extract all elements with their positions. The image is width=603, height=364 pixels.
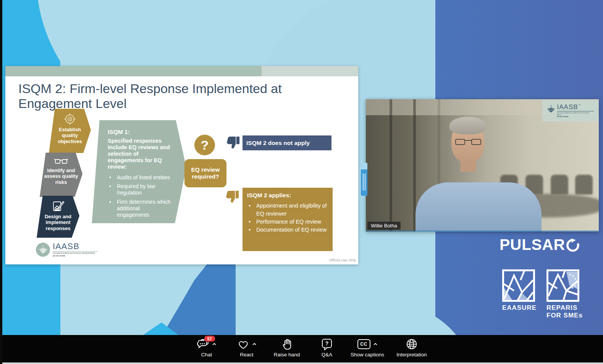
iaasb-logo-name: IAASB	[53, 242, 98, 251]
speaker-hair	[449, 117, 486, 134]
speaker-name-tag: Willie Botha	[367, 222, 401, 230]
classification-label: Official Use Only	[329, 258, 356, 262]
left-edge-strip	[0, 0, 2, 364]
svg-text:★: ★	[571, 286, 574, 290]
thumbs-down-icon	[224, 135, 241, 152]
glasses-icon	[54, 156, 68, 166]
qa-label: Q&A	[322, 352, 333, 358]
slide-topbar-light	[262, 66, 358, 76]
eq-review-required-box: EQ review required?	[184, 159, 226, 187]
process-step-establish: Establish quality objectives	[49, 109, 91, 153]
bg-shape-wedge	[167, 264, 236, 336]
step-label: Establish quality objectives	[53, 127, 87, 144]
chat-label: Chat	[201, 352, 212, 358]
react-label: React	[240, 352, 253, 358]
svg-text:★: ★	[574, 284, 576, 287]
eaasure-logo-icon	[502, 269, 535, 302]
iaasb-logo-tagline: International Auditing and Assurance Sta…	[53, 251, 98, 254]
reparis-label: REPARIS	[546, 304, 577, 312]
slide-topbar-sage	[5, 66, 262, 76]
step-label: Design and implement responses	[40, 214, 76, 231]
process-step-identify: Identify and assess quality risks	[40, 153, 82, 197]
reparis-sublabel: FOR SMEs	[546, 312, 583, 319]
chevron-up-icon[interactable]	[212, 343, 217, 346]
presentation-slide: ISQM 2: Firm-level Response Implemented …	[5, 66, 358, 264]
speaker-video-feed[interactable]: IAASB™ International Auditing and Assura…	[366, 99, 599, 232]
watermark-board: AN IFAC BOARD	[557, 116, 594, 118]
interpretation-button[interactable]: Interpretation	[387, 337, 436, 358]
webinar-window: ISQM 2: Firm-level Response Implemented …	[0, 0, 603, 364]
meeting-toolbar: 57 Chat React Raise hand	[0, 335, 603, 362]
isqm2-applies-heading: ISQM 2 applies:	[247, 192, 329, 199]
bottom-edge-strip	[0, 362, 603, 364]
isqm1-arrow: ISQM 1: Specified responses include EQ r…	[91, 120, 186, 223]
window-mullion	[390, 99, 392, 232]
isqm2-bullet: Appointment and eligibility of EQ review…	[247, 202, 329, 218]
isqm1-heading: ISQM 1:	[108, 129, 173, 135]
raise-hand-label: Raise hand	[274, 352, 300, 358]
speaker-glasses	[454, 139, 482, 145]
interpretation-label: Interpretation	[396, 352, 427, 358]
iaasb-plant-icon	[547, 104, 555, 114]
globe-icon	[406, 338, 418, 350]
isqm1-bullet: Required by law /regulation	[108, 183, 173, 196]
iaasb-watermark: IAASB™ International Auditing and Assura…	[542, 100, 598, 121]
resize-handle-cap	[361, 163, 367, 169]
isqm1-body: Specified responses include EQ reviews a…	[108, 138, 173, 171]
svg-text:★: ★	[574, 277, 577, 280]
blueprint-pencil-icon	[52, 200, 65, 213]
resize-grip	[365, 174, 365, 190]
eaasure-logo: EAASURE	[502, 269, 537, 312]
pulsar-logo: PULSAR	[500, 236, 580, 254]
slide-title: ISQM 2: Firm-level Response Implemented …	[18, 81, 356, 111]
eaasure-label: EAASURE	[502, 304, 537, 312]
isqm2-not-apply-box: ISQM 2 does not apply	[242, 135, 331, 150]
isqm2-applies-box: ISQM 2 applies: Appointment and eligibil…	[242, 188, 333, 251]
thumbs-up-icon	[223, 189, 241, 206]
step-label: Identify and assess quality risks	[44, 168, 79, 185]
show-captions-button[interactable]: CC Show captions	[343, 337, 392, 358]
pulsar-logo-text: PULSAR	[500, 236, 565, 254]
isqm2-bullet: Documentation of EQ review	[247, 226, 329, 234]
speaker-shoulders	[415, 182, 542, 232]
svg-text:★: ★	[575, 280, 577, 284]
heart-icon	[237, 338, 249, 350]
watermark-name: IAASB™	[557, 104, 594, 110]
video-bottom-edge	[366, 230, 599, 232]
chevron-up-icon[interactable]	[373, 343, 378, 346]
isqm1-bullet: Firm determines which additional engagem…	[108, 199, 173, 218]
chat-unread-badge: 57	[204, 335, 215, 342]
isqm1-bullet: Audits of listed entities	[108, 174, 173, 181]
reparis-logo-icon: ★★★ ★★★	[546, 269, 579, 302]
question-mark-icon: ?	[194, 135, 215, 155]
isqm2-bullet: Performance of EQ review	[247, 218, 329, 226]
office-chair	[551, 175, 568, 195]
chevron-up-icon[interactable]	[252, 343, 257, 346]
show-captions-label: Show captions	[351, 352, 384, 358]
office-chair	[575, 175, 593, 195]
raise-hand-icon	[281, 338, 293, 350]
svg-text:?: ?	[325, 340, 329, 346]
iaasb-plant-icon	[36, 243, 50, 257]
process-step-design: Design and implement responses	[37, 196, 79, 238]
target-icon	[63, 113, 76, 126]
reparis-logo: ★★★ ★★★ REPARIS FOR SMEs	[546, 269, 583, 319]
captions-icon: CC	[357, 339, 370, 349]
resize-grip	[363, 174, 364, 190]
panel-resize-handle[interactable]	[361, 163, 367, 196]
svg-text:★: ★	[569, 273, 571, 276]
qa-icon: ?	[321, 338, 333, 350]
iaasb-logo-board: AN IFAC BOARD	[53, 255, 98, 257]
watermark-tagline: International Auditing and Assurance Sta…	[557, 111, 594, 116]
pulsar-circular-arrow-icon	[566, 238, 580, 252]
iaasb-logo: IAASB International Auditing and Assuran…	[36, 242, 98, 257]
